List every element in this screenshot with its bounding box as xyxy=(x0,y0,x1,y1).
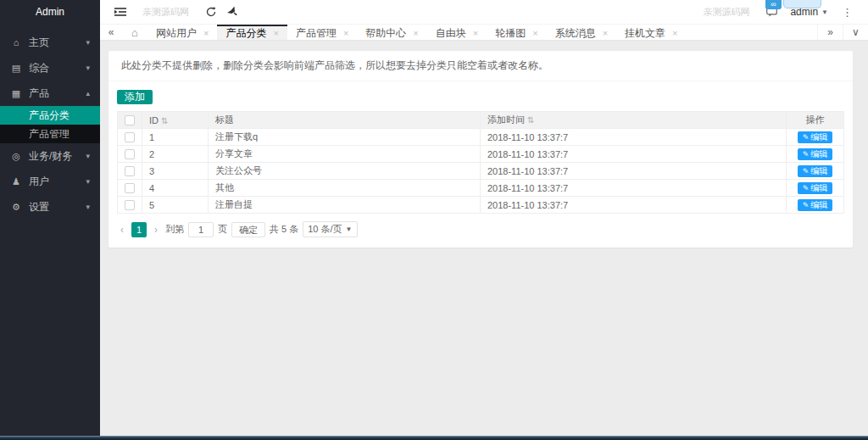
chevron-down-icon: ▼ xyxy=(821,8,828,16)
per-page-value: 10 条/页 xyxy=(308,222,342,237)
sidebar-item-product-manage[interactable]: 产品管理 xyxy=(0,125,100,143)
row-checkbox[interactable] xyxy=(125,132,135,142)
sidebar-item-label: 业务/财务 xyxy=(29,143,86,169)
total-count: 共 5 条 xyxy=(270,223,298,236)
table-row: 5 注册自提 2018-11-10 13:37:7 ✎编辑 xyxy=(118,197,844,214)
sidebar-item-label: 设置 xyxy=(29,194,86,220)
sort-icon[interactable]: ⇅ xyxy=(527,115,534,125)
row-checkbox[interactable] xyxy=(125,200,135,210)
chevron-down-icon: ▾ xyxy=(86,194,90,220)
edit-button[interactable]: ✎编辑 xyxy=(798,165,833,177)
confirm-button[interactable]: 确定 xyxy=(231,222,265,237)
refresh-icon[interactable] xyxy=(201,2,221,22)
tab-idle-article[interactable]: 挂机文章× xyxy=(616,25,686,40)
extension-pill[interactable] xyxy=(783,0,821,8)
tab-close-icon[interactable]: × xyxy=(603,28,608,38)
row-checkbox[interactable] xyxy=(125,183,135,193)
tab-close-icon[interactable]: × xyxy=(343,28,348,38)
cell-time: 2018-11-10 13:37:7 xyxy=(480,163,786,180)
home-tab-icon[interactable]: ⌂ xyxy=(122,25,147,40)
select-all-checkbox[interactable] xyxy=(125,115,135,125)
tab-close-icon[interactable]: × xyxy=(532,28,537,38)
current-page[interactable]: 1 xyxy=(131,222,147,237)
pencil-icon: ✎ xyxy=(803,150,810,159)
tabs-menu-icon[interactable]: ∨ xyxy=(843,25,868,40)
row-checkbox[interactable] xyxy=(125,149,135,159)
edit-button[interactable]: ✎编辑 xyxy=(798,182,833,194)
tab-site-users[interactable]: 网站用户× xyxy=(147,25,217,40)
taskbar-edge xyxy=(0,436,868,440)
chevron-down-icon: ▾ xyxy=(86,30,90,55)
tab-close-icon[interactable]: × xyxy=(672,28,677,38)
chevron-down-icon: ▼ xyxy=(346,222,353,237)
sidebar-item-users[interactable]: ♟ 用户 ▾ xyxy=(0,169,100,194)
edit-button[interactable]: ✎编辑 xyxy=(798,131,833,143)
column-header-action: 操作 xyxy=(806,114,825,125)
tab-help-center[interactable]: 帮助中心× xyxy=(357,25,426,40)
page-unit-label: 页 xyxy=(218,223,227,236)
cell-id: 2 xyxy=(142,146,209,163)
product-icon: ▦ xyxy=(10,81,22,106)
cell-id: 4 xyxy=(142,180,209,197)
user-icon: ♟ xyxy=(10,169,22,194)
cell-time: 2018-11-10 13:37:7 xyxy=(480,146,786,163)
per-page-select[interactable]: 10 条/页 ▼ xyxy=(303,221,357,237)
edit-button-label: 编辑 xyxy=(810,183,827,192)
chevron-down-icon: ▾ xyxy=(86,169,90,194)
cell-title: 分享文章 xyxy=(208,146,480,163)
tab-close-icon[interactable]: × xyxy=(413,28,418,38)
cell-title: 其他 xyxy=(208,180,480,197)
goto-page-input[interactable] xyxy=(188,222,214,237)
next-page-icon[interactable]: › xyxy=(151,224,161,236)
more-menu-icon[interactable]: ⋮ xyxy=(837,6,858,19)
dashboard-icon: ▤ xyxy=(10,55,22,81)
tab-carousel[interactable]: 轮播图× xyxy=(487,25,546,40)
main-content: 此处分类不提供删除，删除分类会影响前端产品筛选，所以想要去掉分类只能空着或者改名… xyxy=(100,41,868,436)
gear-icon: ⚙ xyxy=(10,194,22,220)
sidebar-item-label: 产品 xyxy=(29,81,86,106)
row-checkbox[interactable] xyxy=(125,166,135,176)
extension-badge-icon[interactable]: ∞ xyxy=(765,0,782,9)
tab-system-message[interactable]: 系统消息× xyxy=(547,25,616,40)
sidebar-item-settings[interactable]: ⚙ 设置 ▾ xyxy=(0,194,100,220)
tab-label: 系统消息 xyxy=(555,26,596,41)
pencil-icon: ✎ xyxy=(803,184,810,192)
cell-id: 5 xyxy=(142,197,209,214)
tabs-scroll-left-icon[interactable]: « xyxy=(100,25,122,40)
clear-cache-icon[interactable] xyxy=(221,2,242,22)
sidebar-nav: ⌂ 主页 ▾ ▤ 综合 ▾ ▦ 产品 ▴ 产品分类 产品管理 ◎ 业务/财务 ▾… xyxy=(0,25,100,220)
tab-free-block[interactable]: 自由块× xyxy=(427,25,487,40)
tab-label: 产品分类 xyxy=(225,26,266,41)
tab-label: 网站用户 xyxy=(156,26,197,41)
sidebar-item-business-finance[interactable]: ◎ 业务/财务 ▾ xyxy=(0,143,100,169)
category-table: ID⇅ 标题 添加时间⇅ 操作 1 注册下载q 2018-11-10 13:37… xyxy=(117,111,844,214)
table-row: 4 其他 2018-11-10 13:37:7 ✎编辑 xyxy=(118,180,844,197)
edit-button[interactable]: ✎编辑 xyxy=(798,148,833,160)
sidebar-item-product-category[interactable]: 产品分类 xyxy=(0,106,100,125)
cell-title: 注册自提 xyxy=(208,197,480,214)
pencil-icon: ✎ xyxy=(803,133,810,142)
table-header-row: ID⇅ 标题 添加时间⇅ 操作 xyxy=(118,112,844,129)
edit-button[interactable]: ✎编辑 xyxy=(798,199,833,211)
sidebar-item-home[interactable]: ⌂ 主页 ▾ xyxy=(0,30,100,55)
prev-page-icon[interactable]: ‹ xyxy=(117,224,127,236)
business-icon: ◎ xyxy=(10,143,22,169)
collapse-sidebar-icon[interactable] xyxy=(110,2,131,22)
add-button[interactable]: 添加 xyxy=(117,90,153,104)
cell-title: 关注公众号 xyxy=(208,163,480,180)
tab-label: 挂机文章 xyxy=(625,26,665,41)
sidebar-item-general[interactable]: ▤ 综合 ▾ xyxy=(0,55,100,81)
tab-close-icon[interactable]: × xyxy=(473,28,478,38)
sort-icon[interactable]: ⇅ xyxy=(161,116,168,125)
pencil-icon: ✎ xyxy=(803,201,810,209)
sidebar-item-label: 主页 xyxy=(29,30,86,55)
tab-product-category[interactable]: 产品分类× xyxy=(217,25,287,40)
tab-product-manage[interactable]: 产品管理× xyxy=(287,25,357,40)
chevron-down-icon: ▾ xyxy=(86,55,90,81)
tab-close-icon[interactable]: × xyxy=(203,28,209,38)
tabs-scroll-right-icon[interactable]: » xyxy=(817,25,843,40)
watermark-text: 亲测源码网 xyxy=(703,6,749,19)
tab-label: 帮助中心 xyxy=(365,26,406,41)
sidebar-item-product[interactable]: ▦ 产品 ▴ xyxy=(0,81,100,106)
tab-close-icon[interactable]: × xyxy=(273,28,278,38)
